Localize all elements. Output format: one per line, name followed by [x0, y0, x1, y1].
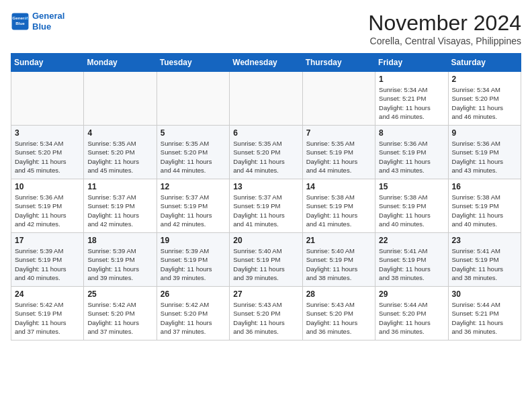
day-info: Sunrise: 5:43 AM Sunset: 5:20 PM Dayligh… — [306, 300, 371, 336]
calendar-cell: 14Sunrise: 5:38 AM Sunset: 5:19 PM Dayli… — [302, 179, 375, 233]
calendar-cell: 20Sunrise: 5:40 AM Sunset: 5:19 PM Dayli… — [230, 233, 302, 287]
day-number: 17 — [15, 236, 80, 245]
calendar-cell — [11, 72, 84, 126]
page-header: General Blue General Blue November 2024 … — [11, 11, 521, 46]
calendar-cell: 10Sunrise: 5:36 AM Sunset: 5:19 PM Dayli… — [11, 179, 84, 233]
calendar-cell: 21Sunrise: 5:40 AM Sunset: 5:19 PM Dayli… — [302, 233, 375, 287]
day-number: 12 — [161, 182, 226, 191]
day-info: Sunrise: 5:44 AM Sunset: 5:21 PM Dayligh… — [452, 300, 517, 336]
day-number: 30 — [452, 289, 517, 299]
calendar-week-row: 10Sunrise: 5:36 AM Sunset: 5:19 PM Dayli… — [11, 179, 521, 233]
day-number: 22 — [379, 236, 444, 245]
calendar-cell: 3Sunrise: 5:34 AM Sunset: 5:20 PM Daylig… — [11, 126, 84, 179]
day-info: Sunrise: 5:40 AM Sunset: 5:19 PM Dayligh… — [306, 246, 371, 282]
day-number: 6 — [233, 128, 298, 138]
calendar-cell: 6Sunrise: 5:35 AM Sunset: 5:20 PM Daylig… — [230, 126, 302, 179]
day-info: Sunrise: 5:41 AM Sunset: 5:19 PM Dayligh… — [379, 246, 444, 282]
day-info: Sunrise: 5:34 AM Sunset: 5:21 PM Dayligh… — [379, 85, 444, 121]
day-number: 10 — [15, 182, 80, 191]
day-info: Sunrise: 5:38 AM Sunset: 5:19 PM Dayligh… — [306, 193, 371, 228]
day-number: 29 — [379, 289, 444, 299]
day-number: 11 — [87, 182, 152, 191]
weekday-header: Tuesday — [157, 54, 229, 72]
day-number: 27 — [233, 289, 298, 299]
day-info: Sunrise: 5:36 AM Sunset: 5:19 PM Dayligh… — [379, 139, 444, 175]
day-number: 23 — [452, 236, 517, 245]
day-info: Sunrise: 5:43 AM Sunset: 5:20 PM Dayligh… — [233, 300, 298, 336]
calendar-cell: 24Sunrise: 5:42 AM Sunset: 5:19 PM Dayli… — [11, 287, 84, 340]
day-info: Sunrise: 5:38 AM Sunset: 5:19 PM Dayligh… — [379, 193, 444, 228]
day-number: 16 — [452, 182, 517, 191]
calendar-cell — [302, 72, 375, 126]
calendar-cell: 4Sunrise: 5:35 AM Sunset: 5:20 PM Daylig… — [84, 126, 157, 179]
day-number: 1 — [379, 75, 444, 84]
day-info: Sunrise: 5:34 AM Sunset: 5:20 PM Dayligh… — [452, 85, 517, 121]
logo: General Blue General Blue — [11, 11, 64, 32]
day-number: 3 — [15, 128, 80, 138]
calendar-week-row: 24Sunrise: 5:42 AM Sunset: 5:19 PM Dayli… — [11, 287, 521, 340]
day-number: 5 — [161, 128, 226, 138]
calendar-cell: 22Sunrise: 5:41 AM Sunset: 5:19 PM Dayli… — [375, 233, 448, 287]
day-info: Sunrise: 5:39 AM Sunset: 5:19 PM Dayligh… — [161, 246, 226, 282]
calendar-cell: 19Sunrise: 5:39 AM Sunset: 5:19 PM Dayli… — [157, 233, 229, 287]
weekday-header: Saturday — [448, 54, 521, 72]
location: Corella, Central Visayas, Philippines — [368, 36, 521, 46]
day-info: Sunrise: 5:35 AM Sunset: 5:19 PM Dayligh… — [306, 139, 371, 175]
calendar-cell — [157, 72, 229, 126]
day-info: Sunrise: 5:37 AM Sunset: 5:19 PM Dayligh… — [161, 193, 226, 228]
day-number: 24 — [15, 289, 80, 299]
calendar-week-row: 17Sunrise: 5:39 AM Sunset: 5:19 PM Dayli… — [11, 233, 521, 287]
calendar-cell — [230, 72, 302, 126]
calendar-week-row: 3Sunrise: 5:34 AM Sunset: 5:20 PM Daylig… — [11, 126, 521, 179]
day-info: Sunrise: 5:35 AM Sunset: 5:20 PM Dayligh… — [87, 139, 152, 175]
weekday-header: Thursday — [302, 54, 375, 72]
day-info: Sunrise: 5:34 AM Sunset: 5:20 PM Dayligh… — [15, 139, 80, 175]
calendar-cell: 5Sunrise: 5:35 AM Sunset: 5:20 PM Daylig… — [157, 126, 229, 179]
logo-line1: General — [32, 11, 64, 21]
logo-icon: General Blue — [11, 12, 30, 31]
day-info: Sunrise: 5:42 AM Sunset: 5:20 PM Dayligh… — [87, 300, 152, 336]
day-number: 7 — [306, 128, 371, 138]
calendar-cell: 26Sunrise: 5:42 AM Sunset: 5:20 PM Dayli… — [157, 287, 229, 340]
weekday-header: Friday — [375, 54, 448, 72]
day-info: Sunrise: 5:41 AM Sunset: 5:19 PM Dayligh… — [452, 246, 517, 282]
day-info: Sunrise: 5:38 AM Sunset: 5:19 PM Dayligh… — [452, 193, 517, 228]
calendar-cell: 30Sunrise: 5:44 AM Sunset: 5:21 PM Dayli… — [448, 287, 521, 340]
calendar-cell: 16Sunrise: 5:38 AM Sunset: 5:19 PM Dayli… — [448, 179, 521, 233]
calendar-cell: 1Sunrise: 5:34 AM Sunset: 5:21 PM Daylig… — [375, 72, 448, 126]
day-number: 15 — [379, 182, 444, 191]
day-info: Sunrise: 5:39 AM Sunset: 5:19 PM Dayligh… — [15, 246, 80, 282]
day-number: 9 — [452, 128, 517, 138]
day-info: Sunrise: 5:40 AM Sunset: 5:19 PM Dayligh… — [233, 246, 298, 282]
day-number: 4 — [87, 128, 152, 138]
day-number: 20 — [233, 236, 298, 245]
calendar-cell: 28Sunrise: 5:43 AM Sunset: 5:20 PM Dayli… — [302, 287, 375, 340]
calendar-cell: 7Sunrise: 5:35 AM Sunset: 5:19 PM Daylig… — [302, 126, 375, 179]
calendar-cell: 18Sunrise: 5:39 AM Sunset: 5:19 PM Dayli… — [84, 233, 157, 287]
calendar-header-row: SundayMondayTuesdayWednesdayThursdayFrid… — [11, 54, 521, 72]
calendar-cell: 12Sunrise: 5:37 AM Sunset: 5:19 PM Dayli… — [157, 179, 229, 233]
calendar-cell: 27Sunrise: 5:43 AM Sunset: 5:20 PM Dayli… — [230, 287, 302, 340]
calendar-cell — [84, 72, 157, 126]
calendar-cell: 23Sunrise: 5:41 AM Sunset: 5:19 PM Dayli… — [448, 233, 521, 287]
calendar-cell: 9Sunrise: 5:36 AM Sunset: 5:19 PM Daylig… — [448, 126, 521, 179]
logo-text: General Blue — [32, 11, 64, 32]
day-info: Sunrise: 5:42 AM Sunset: 5:19 PM Dayligh… — [15, 300, 80, 336]
weekday-header: Wednesday — [230, 54, 302, 72]
calendar-cell: 29Sunrise: 5:44 AM Sunset: 5:20 PM Dayli… — [375, 287, 448, 340]
title-block: November 2024 Corella, Central Visayas, … — [368, 11, 521, 46]
day-info: Sunrise: 5:35 AM Sunset: 5:20 PM Dayligh… — [161, 139, 226, 175]
day-info: Sunrise: 5:36 AM Sunset: 5:19 PM Dayligh… — [15, 193, 80, 228]
day-info: Sunrise: 5:37 AM Sunset: 5:19 PM Dayligh… — [233, 193, 298, 228]
day-info: Sunrise: 5:37 AM Sunset: 5:19 PM Dayligh… — [87, 193, 152, 228]
calendar-table: SundayMondayTuesdayWednesdayThursdayFrid… — [11, 53, 521, 340]
day-info: Sunrise: 5:36 AM Sunset: 5:19 PM Dayligh… — [452, 139, 517, 175]
day-number: 13 — [233, 182, 298, 191]
month-title: November 2024 — [368, 11, 521, 36]
calendar-cell: 15Sunrise: 5:38 AM Sunset: 5:19 PM Dayli… — [375, 179, 448, 233]
logo-line2: Blue — [32, 21, 51, 32]
day-number: 28 — [306, 289, 371, 299]
calendar-cell: 11Sunrise: 5:37 AM Sunset: 5:19 PM Dayli… — [84, 179, 157, 233]
day-info: Sunrise: 5:39 AM Sunset: 5:19 PM Dayligh… — [87, 246, 152, 282]
day-number: 25 — [87, 289, 152, 299]
